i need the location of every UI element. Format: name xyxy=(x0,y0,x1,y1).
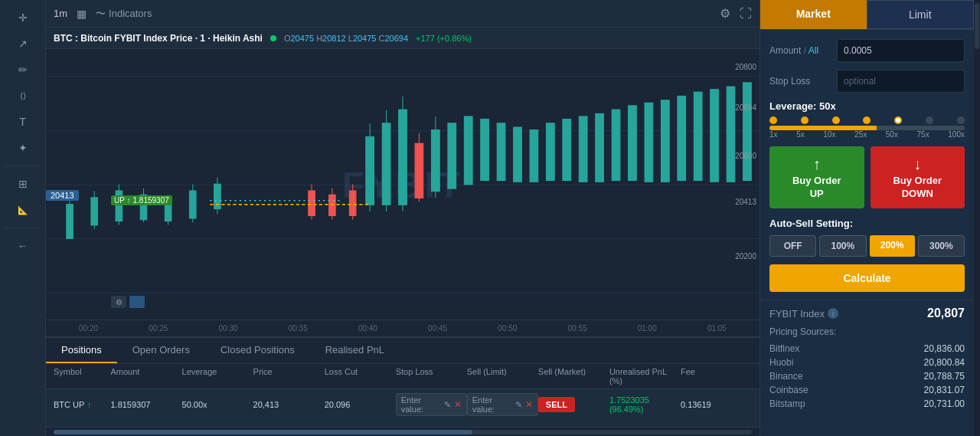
main-area: 1m ▦ 〜 Indicators ⚙ ⛶ BTC : Bitcoin FYBI… xyxy=(46,0,760,436)
pricing-row-bitstamp: Bitstamp 20,731.00 xyxy=(769,397,965,411)
stop-loss-field[interactable] xyxy=(838,72,965,90)
svg-rect-34 xyxy=(645,103,653,182)
fybit-index-info-icon[interactable]: i xyxy=(828,308,838,319)
leverage-dots-row xyxy=(769,118,965,123)
live-dot xyxy=(270,35,276,41)
chart-settings-bottom-icon[interactable]: ⚙ xyxy=(111,296,126,308)
up-arrow-icon: ↑ xyxy=(813,156,821,173)
lev-dot-1x[interactable] xyxy=(769,116,777,124)
indicators-button[interactable]: 〜 Indicators xyxy=(96,7,152,21)
lev-mark-25x[interactable]: 25x xyxy=(854,130,867,139)
pricing-row-huobi: Huobi 20,800.84 xyxy=(769,356,965,369)
angle-tool[interactable]: ⟨⟩ xyxy=(9,84,37,107)
grid-tool[interactable]: ⊞ xyxy=(9,172,37,195)
leverage-slider-container: 1x 5x 10x 25x 50x 75x 100x xyxy=(769,118,965,139)
chart-settings-icon[interactable]: ⚙ xyxy=(720,6,730,21)
tab-limit[interactable]: Limit xyxy=(867,0,975,29)
fybit-index-label: FYBIT Index i xyxy=(769,308,838,320)
pricing-row-coinbase: Coinbase 20,831.07 xyxy=(769,383,965,397)
auto-sell-300[interactable]: 300% xyxy=(918,235,965,257)
tab-realised-pnl[interactable]: Realised PnL xyxy=(310,338,400,363)
source-coinbase: Coinbase xyxy=(769,385,808,395)
wave-icon: 〜 xyxy=(96,7,106,21)
sell-limit-input[interactable]: Enter value: ✎ ✕ xyxy=(467,393,538,416)
pencil-tool[interactable]: ✏ xyxy=(9,58,37,81)
td-sell-market[interactable]: SELL xyxy=(538,397,609,412)
amount-label: Amount / All xyxy=(769,45,831,56)
star-tool[interactable]: ✦ xyxy=(9,136,37,159)
source-huobi: Huobi xyxy=(769,357,793,368)
line-tool[interactable]: ↗ xyxy=(9,32,37,55)
scrollbar-track[interactable] xyxy=(54,430,752,434)
lev-dot-100x[interactable] xyxy=(957,116,965,124)
tabs-bar: Positions Open Orders Closed Positions R… xyxy=(46,338,760,364)
lev-mark-50x[interactable]: 50x xyxy=(886,130,898,139)
lev-dot-5x[interactable] xyxy=(801,116,808,124)
lev-dot-75x[interactable] xyxy=(926,116,933,124)
price-change: +177 (+0.86%) xyxy=(416,34,472,43)
amount-all-button[interactable]: All xyxy=(808,45,818,56)
back-tool[interactable]: ← xyxy=(9,234,37,257)
auto-sell-off[interactable]: OFF xyxy=(769,235,816,257)
chart-canvas: FYBIT xyxy=(46,49,760,320)
symbol-text: BTC UP xyxy=(54,400,84,409)
lev-mark-1x[interactable]: 1x xyxy=(769,130,778,139)
right-scrollbar[interactable] xyxy=(974,0,980,436)
lev-mark-10x[interactable]: 10x xyxy=(823,130,835,139)
auto-sell-200[interactable]: 200% xyxy=(870,235,915,257)
lev-mark-100x[interactable]: 100x xyxy=(948,130,965,139)
tab-market[interactable]: Market xyxy=(760,0,867,29)
source-binance: Binance xyxy=(769,371,802,382)
auto-sell-100[interactable]: 100% xyxy=(819,235,866,257)
leverage-section: Leverage: 50x 1x 5x 10x 25x xyxy=(769,100,965,139)
amount-input[interactable] xyxy=(838,41,965,60)
sell-market-button[interactable]: SELL xyxy=(538,397,575,412)
buy-up-dir: UP xyxy=(810,188,824,199)
chart-ohlc: O20475 H20812 L20475 C20694 xyxy=(284,34,408,43)
lev-dot-25x[interactable] xyxy=(863,116,871,124)
scrollbar-thumb[interactable] xyxy=(54,430,472,434)
position-direction-label: UP ↑ 1.8159307 xyxy=(111,195,172,205)
bottom-panel: Positions Open Orders Closed Positions R… xyxy=(46,336,760,436)
tab-positions[interactable]: Positions xyxy=(46,338,117,363)
time-label-7: 00:55 xyxy=(542,324,612,333)
stop-loss-edit-icon[interactable]: ✎ xyxy=(444,400,451,410)
current-price-box: 20413 xyxy=(46,190,79,201)
lev-dot-10x[interactable] xyxy=(832,116,840,124)
buy-down-button[interactable]: ↓ Buy Order DOWN xyxy=(871,146,965,208)
tab-closed-positions[interactable]: Closed Positions xyxy=(205,338,310,363)
td-sell-limit[interactable]: Enter value: ✎ ✕ xyxy=(467,393,538,416)
sell-limit-edit-icon[interactable]: ✎ xyxy=(515,400,522,410)
chart-expand-icon[interactable]: ⛶ xyxy=(740,7,752,21)
td-stop-loss[interactable]: Enter value: ✎ ✕ xyxy=(396,393,467,416)
sell-limit-clear-icon[interactable]: ✕ xyxy=(525,399,533,410)
table-scrollbar[interactable] xyxy=(46,427,760,436)
position-direction-text: UP ↑ xyxy=(114,196,131,205)
timeframe-button[interactable]: 1m xyxy=(54,8,67,19)
measure-tool[interactable]: 📐 xyxy=(9,198,37,221)
time-axis: 00:20 00:25 00:30 00:35 00:40 00:45 00:5… xyxy=(46,320,760,336)
svg-rect-35 xyxy=(661,100,669,182)
candle-type-icon[interactable]: ▦ xyxy=(77,8,87,20)
crosshair-tool[interactable]: ✛ xyxy=(9,6,37,29)
tab-open-orders[interactable]: Open Orders xyxy=(117,338,205,363)
pricing-row-binance: Binance 20,788.75 xyxy=(769,369,965,383)
calculate-button[interactable]: Calculate xyxy=(769,264,965,292)
high-value: 20812 xyxy=(322,34,346,43)
th-price: Price xyxy=(253,367,325,385)
lev-mark-5x[interactable]: 5x xyxy=(796,130,805,139)
lev-mark-75x[interactable]: 75x xyxy=(917,130,929,139)
right-scrollbar-thumb[interactable] xyxy=(975,3,979,49)
svg-rect-39 xyxy=(727,87,735,182)
buy-up-button[interactable]: ↑ Buy Order UP xyxy=(769,146,864,208)
table-header: Symbol Amount Leverage Price Loss Cut St… xyxy=(46,364,760,389)
stop-loss-input[interactable]: Enter value: ✎ ✕ xyxy=(396,393,467,416)
price-label-3: 20600 xyxy=(735,152,760,160)
symbol-with-arrow: BTC UP ↑ xyxy=(54,400,110,409)
stop-loss-clear-icon[interactable]: ✕ xyxy=(454,399,462,410)
buy-buttons: ↑ Buy Order UP ↓ Buy Order DOWN xyxy=(769,146,965,208)
lev-dot-50x[interactable] xyxy=(894,116,902,124)
leverage-track[interactable] xyxy=(769,126,965,130)
svg-rect-38 xyxy=(710,90,719,182)
text-tool[interactable]: T xyxy=(9,110,37,133)
